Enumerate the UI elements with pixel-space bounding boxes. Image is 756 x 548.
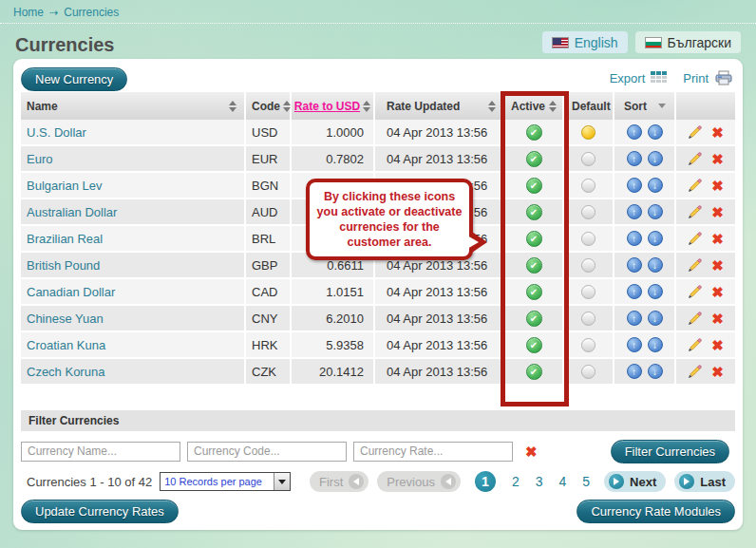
currency-code-filter-input[interactable]: [187, 442, 347, 462]
page-button-4[interactable]: 4: [558, 474, 566, 489]
clear-filter-icon[interactable]: ✖: [525, 444, 538, 459]
edit-icon[interactable]: [688, 125, 702, 140]
currency-name-link[interactable]: Bulgarian Lev: [27, 179, 103, 193]
page-button-2[interactable]: 2: [512, 474, 520, 489]
sort-down-icon[interactable]: ↓: [648, 337, 663, 352]
header-rate-to-usd[interactable]: Rate to USD: [292, 92, 375, 120]
currency-rate-filter-input[interactable]: [353, 442, 513, 462]
sort-down-icon[interactable]: ↓: [648, 231, 663, 246]
active-toggle-icon[interactable]: ✔: [526, 284, 542, 300]
header-code[interactable]: Code: [246, 92, 292, 120]
export-button[interactable]: Export: [610, 71, 669, 85]
edit-icon[interactable]: [688, 205, 702, 219]
delete-icon[interactable]: ✖: [711, 205, 724, 219]
default-toggle-icon[interactable]: [581, 205, 595, 219]
active-toggle-icon[interactable]: ✔: [526, 151, 542, 167]
delete-icon[interactable]: ✖: [711, 365, 724, 379]
sort-up-icon[interactable]: ↑: [627, 124, 642, 140]
edit-icon[interactable]: [688, 365, 702, 379]
sort-down-icon[interactable]: ↓: [648, 204, 663, 219]
sort-up-icon[interactable]: ↑: [627, 257, 642, 273]
currency-name-filter-input[interactable]: [21, 442, 180, 462]
default-toggle-icon[interactable]: [581, 365, 595, 379]
edit-icon[interactable]: [688, 258, 702, 273]
active-toggle-icon[interactable]: ✔: [526, 204, 542, 220]
sort-up-icon[interactable]: ↑: [627, 284, 642, 299]
currency-name-link[interactable]: Croatian Kuna: [27, 338, 105, 352]
sort-arrows-icon[interactable]: [549, 101, 557, 112]
default-toggle-icon[interactable]: [581, 125, 595, 140]
default-toggle-icon[interactable]: [581, 312, 595, 326]
default-toggle-icon[interactable]: [581, 232, 595, 246]
language-tab-bulgarian[interactable]: Български: [635, 31, 741, 53]
active-toggle-icon[interactable]: ✔: [526, 124, 542, 141]
sort-up-icon[interactable]: ↑: [627, 151, 642, 166]
sort-down-icon[interactable]: ↓: [648, 311, 663, 326]
last-page-button[interactable]: Last: [674, 471, 735, 492]
filter-currencies-button[interactable]: Filter Currencies: [611, 440, 729, 463]
select-dropdown-button[interactable]: [274, 473, 290, 490]
sort-up-icon[interactable]: ↑: [627, 311, 642, 326]
delete-icon[interactable]: ✖: [711, 258, 724, 273]
delete-icon[interactable]: ✖: [711, 179, 724, 193]
default-toggle-icon[interactable]: [581, 285, 595, 299]
currency-name-link[interactable]: British Pound: [27, 258, 100, 273]
sort-up-icon[interactable]: ↑: [627, 337, 642, 352]
edit-icon[interactable]: [688, 152, 702, 166]
delete-icon[interactable]: ✖: [711, 232, 724, 246]
header-sort[interactable]: Sort: [614, 92, 676, 120]
active-toggle-icon[interactable]: ✔: [526, 257, 542, 274]
sort-arrows-icon[interactable]: [363, 101, 370, 112]
sort-down-icon[interactable]: ↓: [648, 257, 663, 273]
sort-arrows-icon[interactable]: [229, 101, 236, 112]
currency-name-link[interactable]: Brazilian Real: [27, 232, 103, 246]
next-page-button[interactable]: Next: [604, 471, 666, 492]
page-button-5[interactable]: 5: [582, 474, 590, 489]
delete-icon[interactable]: ✖: [711, 152, 724, 166]
edit-icon[interactable]: [688, 232, 702, 246]
active-toggle-icon[interactable]: ✔: [526, 364, 542, 380]
sort-up-icon[interactable]: ↑: [627, 231, 642, 246]
sort-up-icon[interactable]: ↑: [627, 204, 642, 219]
breadcrumb-home-link[interactable]: Home: [13, 6, 44, 19]
default-toggle-icon[interactable]: [581, 338, 595, 352]
active-toggle-icon[interactable]: ✔: [526, 178, 542, 194]
sort-down-icon[interactable]: ↓: [648, 151, 663, 166]
currency-name-link[interactable]: Canadian Dollar: [27, 285, 115, 299]
currency-name-link[interactable]: Czech Koruna: [27, 365, 104, 379]
print-button[interactable]: Print: [683, 70, 733, 85]
delete-icon[interactable]: ✖: [711, 338, 724, 352]
edit-icon[interactable]: [688, 338, 702, 352]
sort-down-icon[interactable]: ↓: [648, 284, 663, 299]
header-rate-link[interactable]: Rate to USD: [294, 100, 360, 113]
default-toggle-icon[interactable]: [581, 152, 595, 166]
header-active[interactable]: Active: [505, 92, 564, 120]
currency-name-link[interactable]: Euro: [27, 152, 52, 166]
currency-rate-modules-button[interactable]: Currency Rate Modules: [576, 500, 735, 523]
active-toggle-icon[interactable]: ✔: [526, 311, 542, 327]
default-toggle-icon[interactable]: [581, 179, 595, 193]
page-button-1[interactable]: 1: [475, 471, 496, 492]
sort-down-icon[interactable]: ↓: [648, 178, 663, 193]
records-per-page-select[interactable]: 10 Records per page: [160, 472, 291, 491]
new-currency-button[interactable]: New Currency: [21, 67, 127, 91]
sort-down-icon[interactable]: ↓: [648, 364, 663, 379]
page-button-3[interactable]: 3: [536, 474, 543, 489]
currency-name-link[interactable]: U.S. Dollar: [27, 125, 86, 140]
active-toggle-icon[interactable]: ✔: [526, 337, 542, 353]
active-toggle-icon[interactable]: ✔: [526, 231, 542, 247]
language-tab-english[interactable]: English: [542, 31, 628, 53]
default-toggle-icon[interactable]: [581, 258, 595, 273]
sort-down-icon[interactable]: ↓: [648, 124, 663, 140]
sort-up-icon[interactable]: ↑: [627, 364, 642, 379]
currency-name-link[interactable]: Chinese Yuan: [27, 312, 104, 326]
delete-icon[interactable]: ✖: [711, 285, 724, 299]
edit-icon[interactable]: [688, 179, 702, 193]
delete-icon[interactable]: ✖: [711, 125, 724, 140]
currency-name-link[interactable]: Australian Dollar: [27, 205, 117, 219]
breadcrumb-current-link[interactable]: Currencies: [64, 6, 119, 19]
header-name[interactable]: Name: [21, 92, 246, 120]
sort-up-icon[interactable]: ↑: [627, 178, 642, 193]
delete-icon[interactable]: ✖: [711, 312, 724, 326]
header-rate-updated[interactable]: Rate Updated: [375, 92, 505, 120]
